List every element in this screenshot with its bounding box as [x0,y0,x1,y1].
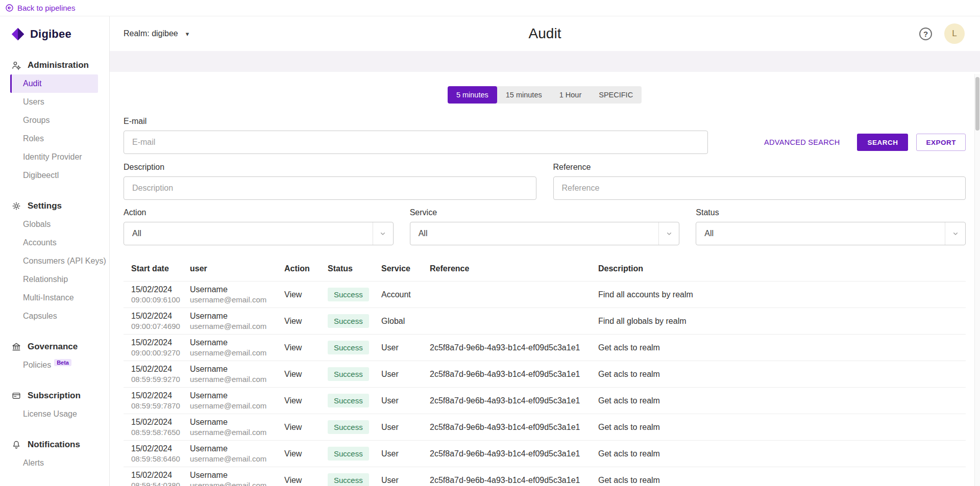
table-row[interactable]: 15/02/2024 08:59:58:6460 Username userna… [124,441,966,467]
cell-action: View [284,361,328,388]
sidebar-section-header-notifications[interactable]: Notifications [0,437,109,454]
settings-gear-icon [11,201,21,211]
status-badge: Success [328,314,369,328]
cell-status: Success [328,282,381,308]
back-arrow-icon [5,4,14,12]
cell-status: Success [328,308,381,335]
subscription-card-icon [11,391,21,401]
cell-description: Get acls to realm [598,388,966,414]
audit-table-body: 15/02/2024 09:00:09:6100 Username userna… [124,282,966,486]
cell-start-date: 15/02/2024 09:00:07:4690 [124,308,190,335]
audit-table: Start date user Action Status Service Re… [124,257,966,486]
time-range-specific-button[interactable]: SPECIFIC [590,86,642,104]
sidebar-section-header-administration[interactable]: Administration [0,57,109,74]
cell-user: Username username@email.com [190,308,284,335]
cell-start-date: 15/02/2024 09:00:00:9270 [124,335,190,361]
subheader-strip [110,51,980,72]
status-badge: Success [328,420,369,434]
sidebar-section-header-subscription[interactable]: Subscription [0,388,109,405]
sidebar-item-consumers-api-keys[interactable]: Consumers (API Keys) [0,252,109,270]
cell-reference [430,282,598,308]
cell-action: View [284,388,328,414]
cell-start-date: 15/02/2024 08:59:58:6460 [124,441,190,467]
service-select[interactable]: All [410,222,680,245]
status-label: Status [696,208,966,217]
cell-reference: 2c5f8a7d-9e6b-4a93-b1c4-ef09d5c3a1e1 [430,441,598,467]
column-header-reference: Reference [430,257,598,282]
table-row[interactable]: 15/02/2024 09:00:07:4690 Username userna… [124,308,966,335]
sidebar-item-alerts[interactable]: Alerts [0,454,109,472]
sidebar-item-digibeectl[interactable]: Digibeectl [0,166,109,185]
sidebar-section-header-settings[interactable]: Settings [0,198,109,215]
sidebar: Digibee Administration Audit Users Group… [0,16,110,486]
cell-user: Username username@email.com [190,467,284,486]
status-badge: Success [328,447,369,461]
sidebar-item-identity-provider[interactable]: Identity Provider [0,148,109,166]
sidebar-item-globals[interactable]: Globals [0,215,109,234]
reference-input[interactable] [553,176,966,200]
table-row[interactable]: 15/02/2024 08:59:54:0380 Username userna… [124,467,966,486]
vertical-scrollbar[interactable] [974,74,980,486]
email-input[interactable] [124,131,708,154]
table-row[interactable]: 15/02/2024 08:59:59:9270 Username userna… [124,361,966,388]
email-filter-row: E-mail ADVANCED SEARCH SEARCH EXPORT [124,117,966,154]
table-row[interactable]: 15/02/2024 09:00:09:6100 Username userna… [124,282,966,308]
sidebar-item-roles[interactable]: Roles [0,130,109,148]
time-range-5-minutes-button[interactable]: 5 minutes [448,86,497,104]
user-avatar[interactable]: L [944,23,965,44]
sidebar-item-license-usage[interactable]: License Usage [0,405,109,423]
scrollbar-thumb[interactable] [975,77,979,131]
help-icon[interactable]: ? [919,28,932,40]
back-to-pipelines-link[interactable]: Back to pipelines [5,4,75,12]
notifications-bell-icon [11,440,21,450]
sidebar-item-relationship[interactable]: Relationship [0,270,109,289]
sidebar-item-multi-instance[interactable]: Multi-Instance [0,289,109,307]
search-button[interactable]: SEARCH [857,134,908,151]
cell-service: User [381,414,430,441]
cell-user: Username username@email.com [190,441,284,467]
sidebar-section-notifications: Notifications Alerts [0,437,109,472]
cell-description: Find all globals by realm [598,308,966,335]
realm-selector[interactable]: Realm: digibee ▾ [124,29,189,38]
sidebar-item-groups[interactable]: Groups [0,111,109,130]
status-select-value: All [696,229,945,238]
cell-start-date: 15/02/2024 08:59:54:0380 [124,467,190,486]
sidebar-section-administration: Administration Audit Users Groups Roles … [0,57,109,185]
table-row[interactable]: 15/02/2024 08:59:59:7870 Username userna… [124,388,966,414]
time-range-15-minutes-button[interactable]: 15 minutes [497,86,551,104]
status-select[interactable]: All [696,222,966,245]
cell-service: User [381,441,430,467]
time-range-1-hour-button[interactable]: 1 Hour [551,86,591,104]
description-input[interactable] [124,176,536,200]
beta-badge: Beta [54,359,71,366]
action-select[interactable]: All [124,222,394,245]
cell-service: Account [381,282,430,308]
sidebar-item-policies[interactable]: PoliciesBeta [0,356,109,374]
sidebar-section-header-governance[interactable]: Governance [0,339,109,356]
sidebar-item-users[interactable]: Users [0,93,109,111]
sidebar-section-label: Subscription [28,391,81,401]
advanced-search-link[interactable]: ADVANCED SEARCH [764,138,840,146]
chevron-down-icon [373,222,393,245]
cell-description: Get acls to realm [598,414,966,441]
status-badge: Success [328,473,369,486]
table-row[interactable]: 15/02/2024 08:59:58:7650 Username userna… [124,414,966,441]
cell-reference: 2c5f8a7d-9e6b-4a93-b1c4-ef09d5c3a1e1 [430,335,598,361]
administration-icon [11,60,21,70]
sidebar-item-accounts[interactable]: Accounts [0,234,109,252]
back-to-pipelines-label: Back to pipelines [17,4,75,12]
sidebar-item-audit[interactable]: Audit [10,74,98,93]
description-label: Description [124,163,536,172]
sidebar-item-capsules[interactable]: Capsules [0,307,109,325]
cell-user: Username username@email.com [190,414,284,441]
table-row[interactable]: 15/02/2024 09:00:00:9270 Username userna… [124,335,966,361]
export-button[interactable]: EXPORT [916,134,966,151]
column-header-status: Status [328,257,381,282]
status-badge: Success [328,367,369,381]
digibee-logo[interactable]: Digibee [0,27,109,42]
time-range-toggle: 5 minutes 15 minutes 1 Hour SPECIFIC [124,86,966,104]
topbar: Back to pipelines [0,0,980,16]
cell-status: Success [328,414,381,441]
cell-action: View [284,282,328,308]
sidebar-section-governance: Governance PoliciesBeta [0,339,109,374]
